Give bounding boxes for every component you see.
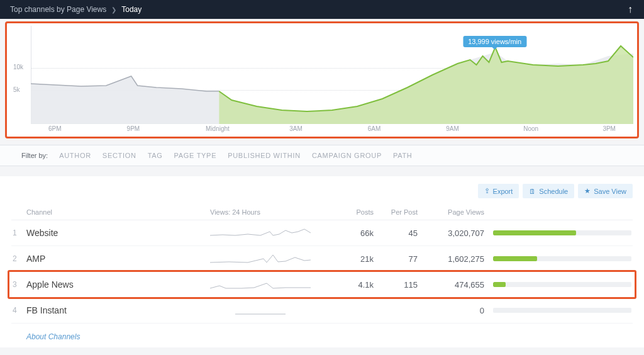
filter-published[interactable]: PUBLISHED WITHIN [228,152,301,159]
filter-label: Filter by: [21,152,48,159]
cell-pv: 474,655 [424,280,493,290]
x-tick: 6AM [368,125,381,132]
table-row[interactable]: 1 Website 66k 45 3,020,707 [11,220,633,246]
schedule-button[interactable]: 🗓Schedule [523,184,574,198]
row-index: 2 [13,254,26,263]
filter-page-type[interactable]: PAGE TYPE [174,152,217,159]
channel-name: Website [26,228,210,238]
row-index: 4 [13,306,26,315]
col-per[interactable]: Per Post [380,208,424,216]
table-row[interactable]: 2 AMP 21k 77 1,602,275 [11,246,633,272]
table-actions: ⇪Export 🗓Schedule ★Save View [11,181,633,203]
pv-bar [493,282,631,287]
table-header: Channel Views: 24 Hours Posts Per Post P… [11,203,633,220]
y-tick-5k: 5k [13,86,20,93]
top-bar: Top channels by Page Views ❯ Today ↑ [0,0,644,19]
x-tick: Midnight [206,125,230,132]
save-view-button[interactable]: ★Save View [578,184,633,198]
calendar-icon: 🗓 [529,188,536,195]
col-views[interactable]: Views: 24 Hours [210,208,336,216]
cell-per: 45 [380,228,424,238]
chevron-right-icon: ❯ [111,6,116,13]
schedule-label: Schedule [539,188,568,195]
y-tick-10k: 10k [13,64,23,70]
sparkline [210,303,311,318]
cell-per: 77 [380,254,424,264]
sparkline [210,277,311,292]
filter-bar: Filter by: AUTHOR SECTION TAG PAGE TYPE … [0,145,644,166]
x-axis-labels: 6PM 9PM Midnight 3AM 6AM 9AM Noon 3PM [31,125,633,137]
pv-bar [493,230,631,235]
chart-tooltip: 13,999 views/min [463,36,526,47]
cell-pv: 0 [424,306,493,315]
col-pv[interactable]: Page Views [424,208,493,216]
x-tick: Noon [523,125,538,132]
x-tick: 3AM [289,125,303,132]
chart-svg [31,26,633,124]
export-icon: ⇪ [484,187,490,195]
breadcrumb-current[interactable]: Today [121,5,142,14]
cell-pv: 3,020,707 [424,228,493,238]
col-posts[interactable]: Posts [336,208,380,216]
x-tick: 3PM [602,125,616,132]
row-index: 3 [13,280,26,289]
main-chart-highlight: 10k 5k 13,999 views/min 6PM 9PM Midnight… [5,21,639,138]
channel-name: Apple News [26,279,210,290]
filter-author[interactable]: AUTHOR [59,152,91,159]
col-channel[interactable]: Channel [26,208,210,216]
pv-bar [493,308,631,313]
export-button[interactable]: ⇪Export [478,184,519,198]
x-tick: 6PM [48,125,62,132]
channel-name: AMP [26,254,210,264]
arrow-up-icon[interactable]: ↑ [628,4,633,15]
cell-posts: 4.1k [336,280,380,290]
cell-posts: 21k [336,254,380,264]
sparkline [210,225,311,240]
pv-bar [493,256,631,261]
about-channels-link[interactable]: About Channels [11,324,633,341]
filter-path[interactable]: PATH [393,152,413,159]
star-icon: ★ [584,187,591,195]
sparkline [210,251,311,266]
table-row[interactable]: 4 FB Instant 0 [11,298,633,324]
cell-per: 115 [380,280,424,290]
row-index: 1 [13,228,26,237]
cell-posts: 66k [336,228,380,238]
filter-tag[interactable]: TAG [148,152,163,159]
filter-campaign[interactable]: CAMPAIGN GROUP [312,152,382,159]
filter-section[interactable]: SECTION [103,152,136,159]
cell-pv: 1,602,275 [424,254,493,264]
channels-table: ⇪Export 🗓Schedule ★Save View Channel Vie… [0,176,644,347]
breadcrumb-section[interactable]: Top channels by Page Views [10,5,106,14]
x-tick: 9PM [127,125,140,132]
channel-name: FB Instant [26,305,210,315]
views-chart[interactable]: 10k 5k 13,999 views/min 6PM 9PM Midnight… [11,26,633,137]
x-tick: 9AM [446,125,459,132]
save-label: Save View [594,188,626,195]
export-label: Export [493,188,513,195]
table-row-highlight[interactable]: 3 Apple News 4.1k 115 474,655 [11,272,633,298]
